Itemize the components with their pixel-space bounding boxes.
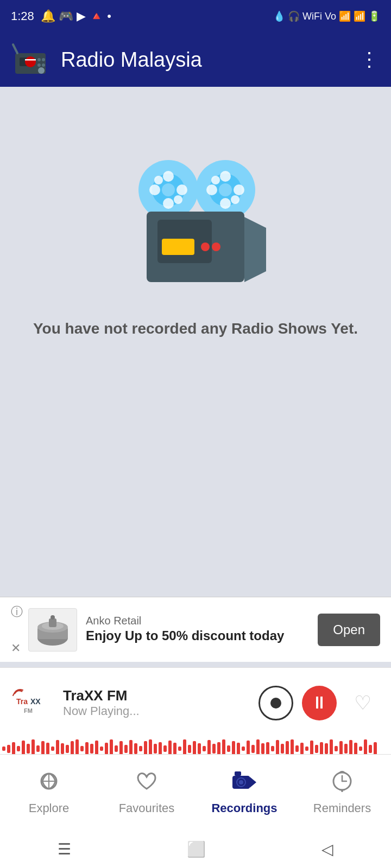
status-left: 1:28 🔔 🎮 ▶ 🔺 • bbox=[11, 9, 111, 23]
svg-point-32 bbox=[201, 242, 210, 251]
recordings-icon bbox=[231, 769, 257, 798]
svg-point-17 bbox=[176, 184, 187, 195]
svg-point-7 bbox=[42, 58, 45, 61]
svg-point-26 bbox=[234, 184, 244, 195]
battery-icon: 💧 🎧 WiFi Vo 📶 📶 🔋 bbox=[273, 10, 380, 22]
ad-company: Anko Retail bbox=[86, 615, 309, 627]
svg-point-6 bbox=[37, 58, 41, 61]
favourites-icon bbox=[135, 769, 159, 798]
ad-description: Enjoy Up to 50% discount today bbox=[86, 627, 309, 644]
player-controls: ⏸ ♡ bbox=[258, 686, 380, 720]
now-playing-bar: Tra XX FM TraXX FM Now Playing... ⏸ ♡ bbox=[0, 667, 391, 738]
nav-item-recordings[interactable]: Recordings bbox=[195, 769, 293, 815]
system-nav: ☰ ⬜ ◁ bbox=[0, 830, 391, 868]
ad-close-icon[interactable]: ✕ bbox=[11, 641, 21, 655]
svg-point-23 bbox=[220, 171, 231, 182]
status-right: 💧 🎧 WiFi Vo 📶 📶 🔋 bbox=[273, 10, 380, 22]
status-bar: 1:28 🔔 🎮 ▶ 🔺 • 💧 🎧 WiFi Vo 📶 📶 🔋 bbox=[0, 0, 391, 33]
svg-marker-34 bbox=[244, 217, 266, 282]
ad-banner: ⓘ ✕ Anko Retail Enjoy Up to 50% discount… bbox=[0, 597, 391, 662]
svg-point-8 bbox=[37, 63, 41, 67]
pause-button[interactable]: ⏸ bbox=[302, 686, 337, 720]
svg-point-15 bbox=[163, 198, 174, 209]
svg-point-9 bbox=[42, 63, 45, 67]
app-bar: Radio Malaysia ⋮ bbox=[0, 33, 391, 87]
explore-label: Explore bbox=[29, 801, 70, 815]
svg-point-24 bbox=[220, 198, 231, 209]
menu-button[interactable]: ☰ bbox=[58, 840, 71, 858]
svg-point-55 bbox=[341, 790, 343, 792]
main-content: You have not recorded any Radio Shows Ye… bbox=[0, 87, 391, 684]
station-info: TraXX FM Now Playing... bbox=[63, 687, 250, 718]
svg-point-14 bbox=[163, 171, 174, 182]
empty-state-message: You have not recorded any Radio Shows Ye… bbox=[11, 320, 380, 337]
svg-point-40 bbox=[51, 615, 55, 620]
svg-point-28 bbox=[231, 195, 239, 204]
station-name: TraXX FM bbox=[63, 687, 250, 704]
svg-marker-50 bbox=[250, 777, 256, 788]
nav-item-reminders[interactable]: Reminders bbox=[293, 769, 391, 815]
ad-open-button[interactable]: Open bbox=[318, 614, 380, 646]
svg-rect-5 bbox=[25, 59, 36, 61]
app-logo bbox=[11, 40, 50, 79]
station-status: Now Playing... bbox=[63, 704, 250, 718]
explore-icon bbox=[37, 769, 61, 798]
pause-icon: ⏸ bbox=[311, 693, 328, 713]
empty-state-illustration bbox=[119, 152, 272, 293]
status-time: 1:28 bbox=[11, 9, 34, 23]
svg-point-18 bbox=[154, 176, 163, 184]
svg-rect-31 bbox=[162, 239, 194, 255]
record-button[interactable] bbox=[258, 686, 293, 720]
svg-point-13 bbox=[162, 183, 175, 196]
svg-text:FM: FM bbox=[24, 707, 33, 714]
home-button[interactable]: ⬜ bbox=[187, 840, 206, 858]
nav-item-favourites[interactable]: Favourites bbox=[98, 769, 195, 815]
reminders-icon bbox=[330, 769, 354, 798]
recordings-label: Recordings bbox=[211, 801, 277, 815]
ad-info-icon[interactable]: ⓘ bbox=[11, 604, 23, 620]
nav-item-explore[interactable]: Explore bbox=[0, 769, 98, 815]
ad-image bbox=[28, 608, 77, 652]
favourites-label: Favourites bbox=[119, 801, 175, 815]
svg-point-16 bbox=[149, 184, 160, 195]
svg-line-1 bbox=[13, 44, 17, 53]
svg-point-33 bbox=[212, 242, 220, 251]
reminders-label: Reminders bbox=[313, 801, 371, 815]
more-options-icon[interactable]: ⋮ bbox=[360, 48, 380, 71]
app-title: Radio Malaysia bbox=[61, 48, 349, 72]
back-button[interactable]: ◁ bbox=[321, 840, 333, 858]
svg-point-10 bbox=[38, 67, 45, 74]
station-logo: Tra XX FM bbox=[11, 681, 54, 725]
svg-rect-39 bbox=[49, 618, 56, 627]
ad-text: Anko Retail Enjoy Up to 50% discount tod… bbox=[86, 615, 309, 644]
notification-icons: 🔔 🎮 ▶ 🔺 • bbox=[41, 9, 111, 23]
record-icon bbox=[270, 698, 281, 709]
bottom-nav: Explore Favourites Recordings bbox=[0, 754, 391, 830]
svg-text:XX: XX bbox=[30, 697, 41, 706]
svg-point-22 bbox=[219, 183, 232, 196]
svg-point-19 bbox=[174, 195, 182, 204]
svg-text:Tra: Tra bbox=[16, 697, 28, 706]
heart-icon: ♡ bbox=[354, 692, 371, 714]
svg-point-25 bbox=[206, 184, 217, 195]
favourite-button[interactable]: ♡ bbox=[345, 686, 380, 720]
svg-point-27 bbox=[211, 176, 220, 184]
svg-rect-49 bbox=[235, 771, 241, 776]
svg-point-48 bbox=[239, 780, 243, 784]
